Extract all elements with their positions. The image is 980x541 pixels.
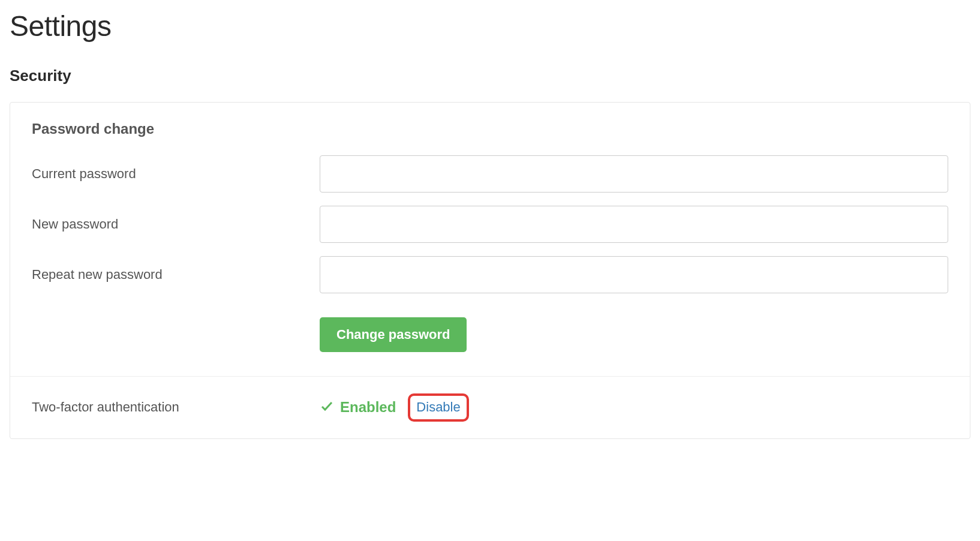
two-factor-status-text: Enabled (340, 399, 396, 416)
password-change-heading: Password change (32, 121, 948, 137)
two-factor-status: Enabled (320, 399, 396, 416)
password-change-section: Password change Current password New pas… (10, 103, 970, 376)
current-password-label: Current password (32, 166, 320, 182)
security-heading: Security (10, 67, 970, 85)
button-spacer (32, 317, 320, 352)
two-factor-label: Two-factor authentication (32, 399, 320, 415)
current-password-row: Current password (32, 155, 948, 193)
repeat-password-row: Repeat new password (32, 256, 948, 293)
two-factor-status-wrap: Enabled Disable (320, 393, 469, 422)
disable-two-factor-link[interactable]: Disable (408, 393, 468, 422)
page-title: Settings (10, 10, 970, 43)
check-icon (320, 399, 334, 416)
repeat-password-input[interactable] (320, 256, 948, 293)
new-password-label: New password (32, 217, 320, 232)
new-password-input[interactable] (320, 206, 948, 243)
repeat-password-label: Repeat new password (32, 267, 320, 282)
security-panel: Password change Current password New pas… (10, 102, 970, 439)
new-password-row: New password (32, 206, 948, 243)
two-factor-row: Two-factor authentication Enabled Disabl… (10, 377, 970, 438)
current-password-input[interactable] (320, 155, 948, 193)
change-password-button[interactable]: Change password (320, 317, 467, 352)
submit-row: Change password (32, 317, 948, 352)
